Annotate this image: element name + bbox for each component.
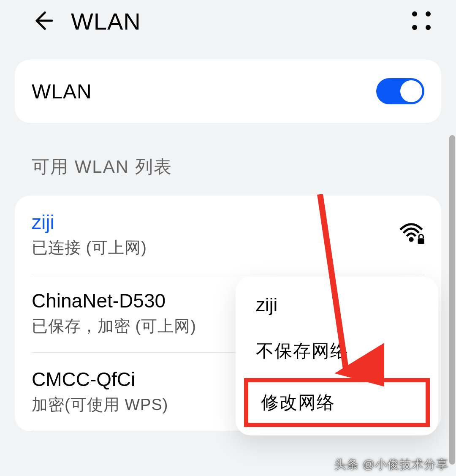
wifi-signal-lock-icon (398, 221, 424, 249)
wlan-toggle-label: WLAN (32, 80, 92, 103)
watermark: 头条 @小俊技术分享 (334, 457, 448, 473)
popup-network-name: ziji (236, 287, 438, 327)
back-icon[interactable] (30, 8, 54, 35)
more-icon[interactable] (410, 9, 435, 34)
popup-forget-network[interactable]: 不保存网络 (236, 327, 438, 375)
svg-point-1 (409, 237, 413, 242)
page-title: WLAN (71, 8, 141, 35)
wlan-toggle-row[interactable]: WLAN (32, 60, 424, 123)
wifi-status: 加密(可使用 WPS) (32, 394, 168, 416)
popup-modify-network[interactable]: 修改网络 (244, 378, 430, 427)
wifi-item-connected[interactable]: ziji 已连接 (可上网) (32, 196, 424, 274)
svg-rect-2 (418, 238, 425, 244)
context-menu-popup: ziji 不保存网络 修改网络 (236, 277, 438, 435)
wifi-name: ChinaNet-D530 (32, 289, 196, 312)
wlan-toggle-switch[interactable] (376, 78, 424, 104)
wlan-toggle-card: WLAN (15, 60, 441, 123)
wifi-status: 已连接 (可上网) (32, 237, 147, 258)
wifi-name: CMCC-QfCi (32, 368, 168, 391)
wifi-name: ziji (32, 211, 147, 234)
scrollbar[interactable] (449, 135, 455, 465)
header: WLAN (0, 0, 456, 43)
available-networks-title: 可用 WLAN 列表 (32, 155, 456, 179)
wifi-status: 已保存，加密 (可上网) (32, 316, 196, 337)
